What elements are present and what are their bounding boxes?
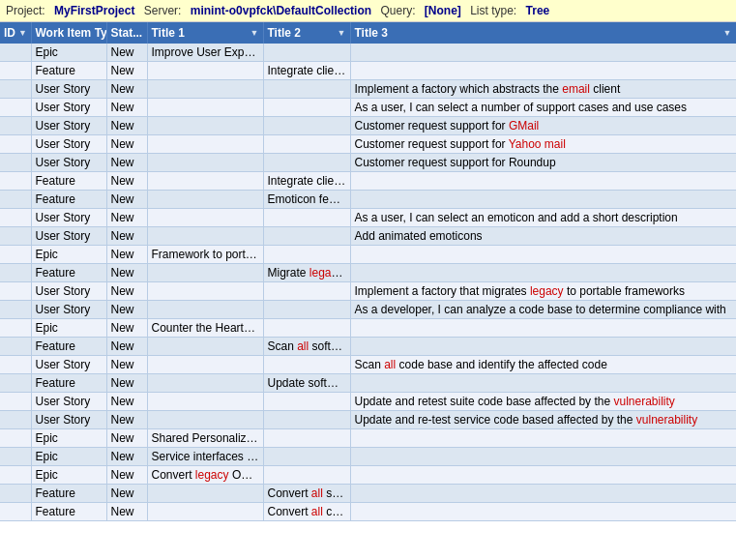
col-title2-sort-icon: ▼ <box>338 28 346 38</box>
listtype-value: Tree <box>526 4 550 17</box>
cell-title3: Update and retest suite code base affect… <box>350 393 736 411</box>
cell-state: New <box>106 356 147 374</box>
cell-type: User Story <box>31 282 106 301</box>
project-value: MyFirstProject <box>54 4 134 17</box>
table-row[interactable]: FeatureNewConvert all client service cal… <box>0 503 736 521</box>
cell-id <box>0 99 31 117</box>
cell-title2: Update software to resolve the Open SLL … <box>263 374 350 393</box>
cell-title2 <box>263 99 350 117</box>
cell-title1 <box>147 80 263 99</box>
cell-state: New <box>106 99 147 117</box>
cell-type: Feature <box>31 485 106 503</box>
cell-title1 <box>147 135 263 154</box>
cell-type: Feature <box>31 338 106 356</box>
cell-title2 <box>263 282 350 301</box>
cell-state: New <box>106 135 147 154</box>
cell-state: New <box>106 374 147 393</box>
table-row[interactable]: EpicNewShared Personalization and state <box>0 429 736 448</box>
table-row[interactable]: User StoryNewCustomer request support fo… <box>0 117 736 135</box>
col-title1-label: Title 1 <box>152 26 185 40</box>
cell-title1 <box>147 117 263 135</box>
table-row[interactable]: User StoryNewAs a developer, I can analy… <box>0 301 736 319</box>
cell-title1 <box>147 154 263 172</box>
cell-id <box>0 172 31 191</box>
cell-id <box>0 466 31 485</box>
cell-title3: Implement a factory which abstracts the … <box>350 80 736 99</box>
query-value: [None] <box>425 4 461 17</box>
cell-title3 <box>350 191 736 209</box>
table-row[interactable]: User StoryNewCustomer request support fo… <box>0 135 736 154</box>
table-row[interactable]: FeatureNewIntegrate client application w… <box>0 62 736 80</box>
cell-state: New <box>106 209 147 227</box>
cell-title1: Service interfaces to support REST API <box>147 448 263 466</box>
table-row[interactable]: EpicNewConvert legacy Odata service inte… <box>0 466 736 485</box>
cell-id <box>0 374 31 393</box>
cell-title1 <box>147 503 263 521</box>
cell-title2 <box>263 448 350 466</box>
cell-title3: Implement a factory that migrates legacy… <box>350 282 736 301</box>
cell-title1 <box>147 227 263 246</box>
col-header-title1[interactable]: Title 1 ▼ <box>147 22 263 44</box>
cell-type: User Story <box>31 117 106 135</box>
cell-state: New <box>106 227 147 246</box>
cell-id <box>0 227 31 246</box>
col-header-type[interactable]: Work Item Ty... ▼ <box>31 22 106 44</box>
table-row[interactable]: User StoryNewImplement a factory that mi… <box>0 282 736 301</box>
cell-id <box>0 117 31 135</box>
table-row[interactable]: User StoryNewAdd animated emoticons <box>0 227 736 246</box>
cell-id <box>0 154 31 172</box>
table-row[interactable]: User StoryNewCustomer request support fo… <box>0 154 736 172</box>
cell-title2 <box>263 411 350 429</box>
cell-id <box>0 246 31 264</box>
cell-title3 <box>350 62 736 80</box>
cell-title3 <box>350 246 736 264</box>
cell-type: Epic <box>31 246 106 264</box>
table-row[interactable]: FeatureNewConvert all services from usin… <box>0 485 736 503</box>
cell-state: New <box>106 44 147 62</box>
cell-title2 <box>263 44 350 62</box>
cell-title3 <box>350 466 736 485</box>
table-row[interactable]: EpicNewFramework to port applications to… <box>0 246 736 264</box>
work-item-grid: ID ▼ Work Item Ty... ▼ Stat... ▼ <box>0 22 736 521</box>
table-row[interactable]: User StoryNewUpdate and retest suite cod… <box>0 393 736 411</box>
col-header-title3[interactable]: Title 3 ▼ <box>350 22 736 44</box>
col-header-id[interactable]: ID ▼ <box>0 22 31 44</box>
cell-state: New <box>106 503 147 521</box>
cell-state: New <box>106 301 147 319</box>
cell-type: Epic <box>31 448 106 466</box>
cell-title3 <box>350 264 736 282</box>
cell-type: Epic <box>31 44 106 62</box>
cell-id <box>0 62 31 80</box>
cell-id <box>0 429 31 448</box>
cell-title2 <box>263 429 350 448</box>
cell-title1 <box>147 264 263 282</box>
col-header-title2[interactable]: Title 2 ▼ <box>263 22 350 44</box>
table-row[interactable]: EpicNewImprove User Experience <box>0 44 736 62</box>
table-row[interactable]: User StoryNewUpdate and re-test service … <box>0 411 736 429</box>
cell-state: New <box>106 393 147 411</box>
table-row[interactable]: EpicNewService interfaces to support RES… <box>0 448 736 466</box>
cell-title1 <box>147 356 263 374</box>
table-row[interactable]: EpicNewCounter the Heartbleed web securi… <box>0 319 736 338</box>
table-row[interactable]: FeatureNewEmoticon feedback enabled in c… <box>0 191 736 209</box>
table-row[interactable]: FeatureNewScan all software for the Open… <box>0 338 736 356</box>
cell-title1 <box>147 338 263 356</box>
server-label: Server: <box>144 4 182 17</box>
cell-title1 <box>147 374 263 393</box>
table-row[interactable]: User StoryNewAs a user, I can select an … <box>0 209 736 227</box>
table-row[interactable]: User StoryNewImplement a factory which a… <box>0 80 736 99</box>
table-row[interactable]: User StoryNewScan all code base and iden… <box>0 356 736 374</box>
table-row[interactable]: FeatureNewIntegrate client app with IM c… <box>0 172 736 191</box>
cell-title3 <box>350 503 736 521</box>
cell-title3 <box>350 485 736 503</box>
cell-title1 <box>147 172 263 191</box>
table-row[interactable]: User StoryNewAs a user, I can select a n… <box>0 99 736 117</box>
cell-type: User Story <box>31 227 106 246</box>
col-header-state[interactable]: Stat... ▼ <box>106 22 147 44</box>
cell-title2 <box>263 154 350 172</box>
table-row[interactable]: FeatureNewUpdate software to resolve the… <box>0 374 736 393</box>
table-row[interactable]: FeatureNewMigrate legacy code to portabl… <box>0 264 736 282</box>
cell-state: New <box>106 485 147 503</box>
cell-title3 <box>350 429 736 448</box>
cell-title1 <box>147 62 263 80</box>
